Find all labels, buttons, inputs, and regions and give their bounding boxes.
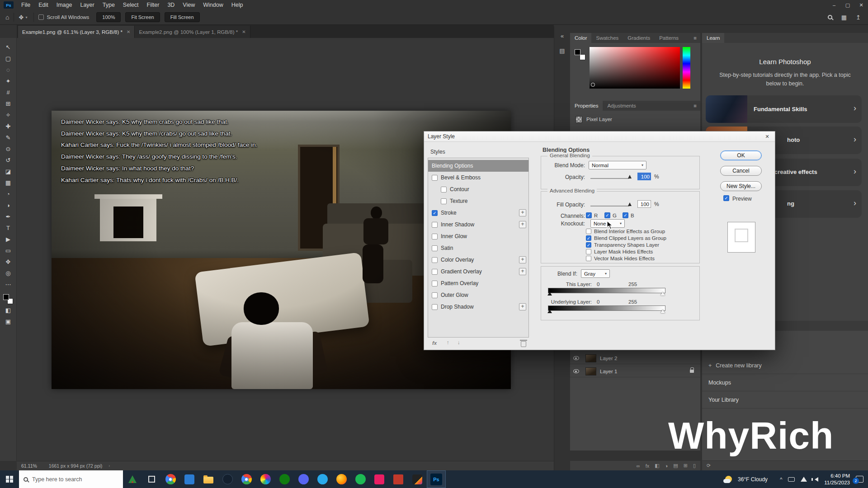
app-steam[interactable]	[218, 470, 237, 488]
add-instance-icon[interactable]: +	[519, 268, 526, 275]
delete-layer-icon[interactable]: ▯	[693, 463, 696, 469]
layer-thumbnail[interactable]	[585, 367, 596, 375]
channel-g-checkbox[interactable]: ✓	[604, 212, 610, 218]
dialog-title-bar[interactable]: Layer Style ✕	[424, 131, 775, 142]
menu-file[interactable]: File	[17, 0, 34, 10]
new-style-button[interactable]: New Style...	[720, 181, 762, 191]
eyedropper-tool[interactable]: ✧	[2, 109, 14, 121]
new-layer-icon[interactable]: ⊞	[684, 463, 688, 469]
transparency-shapes-checkbox[interactable]: ✓	[586, 242, 591, 248]
add-mask-icon[interactable]: ◧	[655, 463, 659, 469]
hand-tool[interactable]: ✥	[2, 256, 14, 267]
app-xbox[interactable]	[275, 470, 294, 488]
close-icon[interactable]: ✕	[854, 0, 868, 10]
menu-view[interactable]: View	[179, 0, 199, 10]
status-chevron-icon[interactable]: ›	[108, 464, 110, 468]
color-saturation-field[interactable]	[590, 47, 680, 89]
tab-close-icon[interactable]: ✕	[242, 29, 245, 34]
visibility-toggle[interactable]	[570, 369, 582, 373]
menu-layer[interactable]: Layer	[76, 0, 98, 10]
screen-mode-icon[interactable]: ▣	[2, 316, 14, 327]
foreground-background-swatches[interactable]	[3, 294, 14, 305]
marquee-tool[interactable]: ▢	[2, 53, 14, 64]
app-pink[interactable]	[370, 470, 389, 488]
menu-filter[interactable]: Filter	[143, 0, 164, 10]
move-effect-up-icon[interactable]: ↑	[447, 340, 449, 345]
style-checkbox[interactable]	[432, 304, 438, 310]
color-swatch-pair[interactable]	[575, 49, 585, 60]
app-discord[interactable]	[294, 470, 313, 488]
blend-interior-checkbox[interactable]	[586, 229, 591, 234]
style-item-bevel-emboss[interactable]: Bevel & Emboss	[428, 172, 528, 183]
scroll-all-windows-checkbox[interactable]	[38, 14, 44, 20]
notification-center-icon[interactable]: 2	[856, 476, 863, 483]
underlying-shadow-slider[interactable]	[547, 310, 552, 313]
style-checkbox[interactable]	[432, 222, 438, 228]
clone-stamp-tool[interactable]: ⊙	[2, 143, 14, 155]
workspace-icon[interactable]: ▦	[841, 14, 847, 21]
menu-type[interactable]: Type	[99, 0, 119, 10]
layer-row-2[interactable]: Layer 2	[570, 352, 700, 364]
menu-edit[interactable]: Edit	[34, 0, 52, 10]
opacity-slider-track[interactable]	[590, 178, 629, 179]
eraser-tool[interactable]: ◪	[2, 166, 14, 177]
style-item-outer-glow[interactable]: Outer Glow	[428, 289, 528, 301]
app-browser[interactable]	[237, 470, 256, 488]
minimize-icon[interactable]: –	[827, 0, 841, 10]
taskbar-search[interactable]: Type here to search	[19, 470, 123, 488]
zoom-level-field[interactable]: 61.11%	[21, 463, 37, 469]
style-checkbox[interactable]	[441, 198, 447, 204]
layer-name[interactable]: Layer 2	[600, 356, 617, 361]
fill-opacity-slider-handle[interactable]	[628, 202, 632, 206]
this-layer-shadow-slider[interactable]	[547, 292, 552, 296]
menu-help[interactable]: Help	[227, 0, 247, 10]
panel-menu-icon[interactable]: ≡	[690, 101, 700, 111]
style-item-stroke[interactable]: ✓Stroke +	[428, 207, 528, 219]
app-photos[interactable]	[256, 470, 275, 488]
search-icon[interactable]	[828, 15, 832, 19]
taskbar-clock[interactable]: 6:40 PM 11/25/2023	[824, 473, 850, 486]
blend-mode-dropdown[interactable]: Normal ▾	[589, 161, 646, 169]
tab-properties[interactable]: Properties	[570, 101, 603, 111]
tab-patterns[interactable]: Patterns	[655, 33, 683, 43]
layer-mask-hides-checkbox[interactable]	[586, 249, 591, 254]
home-icon[interactable]: ⌂	[5, 14, 9, 21]
style-item-pattern-overlay[interactable]: Pattern Overlay	[428, 277, 528, 289]
menu-3d[interactable]: 3D	[163, 0, 179, 10]
hand-tool-icon[interactable]: ✥	[19, 14, 24, 21]
this-layer-gradient-bar[interactable]	[548, 288, 665, 293]
dialog-close-icon[interactable]: ✕	[760, 131, 775, 142]
tab-adjustments[interactable]: Adjustments	[603, 101, 640, 111]
fill-screen-button[interactable]: Fill Screen	[165, 12, 200, 22]
hue-slider[interactable]	[683, 47, 690, 89]
layer-name[interactable]: Layer 1	[600, 369, 617, 374]
layer-row-1[interactable]: Layer 1	[570, 366, 700, 377]
panel-dock-icon[interactable]: ▤	[559, 47, 565, 54]
style-checkbox[interactable]	[432, 175, 438, 181]
layer-thumbnail[interactable]	[585, 354, 596, 362]
style-checkbox[interactable]	[432, 257, 438, 263]
app-photoshop-active[interactable]: Ps	[427, 470, 446, 488]
app-telegram[interactable]	[313, 470, 332, 488]
learn-card-fundamental-skills[interactable]: Fundamental Skills ›	[706, 95, 862, 123]
app-mail[interactable]	[180, 470, 199, 488]
history-brush-tool[interactable]: ↺	[2, 155, 14, 166]
style-item-blending-options[interactable]: Blending Options	[428, 160, 528, 172]
add-instance-icon[interactable]: +	[519, 221, 526, 228]
touch-keyboard-icon[interactable]	[788, 477, 795, 482]
app-media[interactable]	[408, 470, 427, 488]
style-item-drop-shadow[interactable]: Drop Shadow +	[428, 301, 528, 313]
style-item-color-overlay[interactable]: Color Overlay +	[428, 254, 528, 266]
volume-icon[interactable]	[815, 477, 818, 482]
zoom-tool[interactable]: ◎	[2, 267, 14, 279]
gradient-tool[interactable]: ▦	[2, 177, 14, 188]
channel-b-checkbox[interactable]: ✓	[623, 212, 628, 218]
add-instance-icon[interactable]: +	[519, 256, 526, 263]
style-item-gradient-overlay[interactable]: Gradient Overlay +	[428, 266, 528, 277]
style-item-texture[interactable]: Texture	[428, 195, 528, 207]
adjustment-layer-icon[interactable]: ◑	[665, 463, 668, 469]
tab-close-icon[interactable]: ✕	[127, 29, 130, 34]
style-item-satin[interactable]: Satin	[428, 242, 528, 254]
collapse-panels-icon[interactable]: «	[561, 33, 564, 39]
preview-checkbox[interactable]: ✓	[723, 195, 729, 201]
